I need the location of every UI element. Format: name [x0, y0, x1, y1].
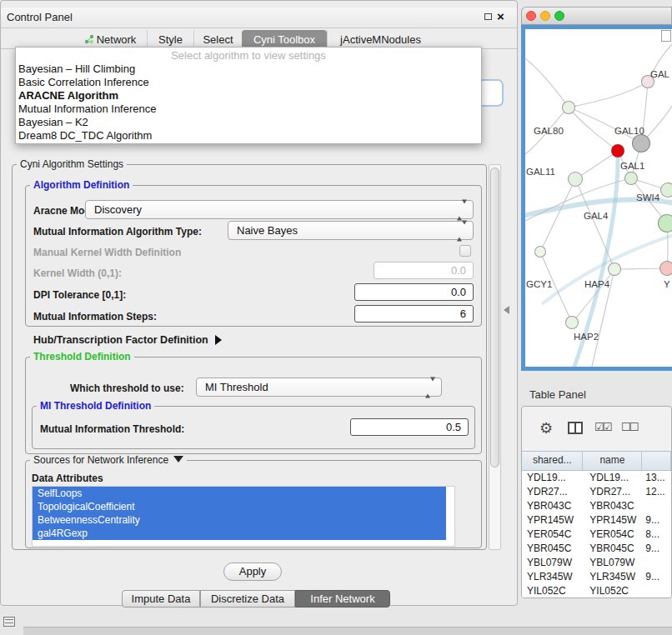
close-traffic-light[interactable] — [526, 11, 536, 21]
table-cell: YIL052C — [522, 584, 583, 598]
table-cell: YBL079W — [583, 556, 642, 570]
table-cell: YPR145W — [522, 513, 583, 528]
mi-type-label: Mutual Information Algorithm Type: — [33, 226, 202, 238]
dropdown-item[interactable]: Basic Correlation Inference — [16, 76, 481, 89]
dpi-tolerance-field[interactable]: 0.0 — [354, 283, 474, 301]
list-item[interactable]: SelfLoops — [33, 487, 446, 500]
table-row[interactable]: YDR27...YDR27...12... — [522, 485, 671, 499]
control-panel-titlebar[interactable] — [1, 8, 517, 28]
network-node[interactable] — [534, 246, 546, 258]
dropdown-item-selected[interactable]: ARACNE Algorithm — [16, 89, 481, 102]
table-cell: 9... — [642, 513, 671, 528]
table-cell: 9... — [642, 570, 671, 584]
network-node-label: GAL1 — [620, 161, 644, 171]
combo-arrows-icon — [457, 201, 467, 218]
gear-icon[interactable]: ⚙ — [539, 419, 553, 438]
network-node-label: SWI4 — [636, 192, 659, 202]
tab-label: Style — [158, 33, 183, 46]
tab-impute-data[interactable]: Impute Data — [122, 590, 200, 608]
network-node[interactable] — [660, 182, 672, 198]
network-node[interactable] — [624, 172, 638, 185]
table-row[interactable]: YBR045CYBR045C9... — [522, 542, 671, 556]
select-all-icon[interactable]: ☑☑ — [594, 421, 610, 433]
network-node[interactable] — [611, 144, 624, 158]
canvas-scrollbar-button[interactable] — [661, 30, 671, 42]
network-node[interactable] — [568, 172, 583, 187]
kernel-width-label: Kernel Width (0,1): — [33, 268, 122, 279]
table-row[interactable]: YER054CYER054C8... — [522, 528, 671, 542]
tab-discretize-data[interactable]: Discretize Data — [200, 590, 295, 608]
aracne-mode-select[interactable]: Discovery — [85, 200, 474, 219]
sources-disclosure[interactable]: Sources for Network Inference — [30, 455, 187, 466]
network-node[interactable] — [608, 262, 621, 276]
network-node[interactable] — [565, 316, 579, 329]
panel-grip-icon[interactable] — [3, 617, 15, 627]
table-row[interactable]: YPR145WYPR145W9... — [522, 513, 671, 528]
dropdown-item[interactable]: Bayesian – K2 — [16, 116, 481, 129]
dropdown-item[interactable]: Dream8 DC_TDC Algorithm — [16, 129, 481, 142]
table-cell: YBR043C — [522, 499, 583, 513]
column-header[interactable]: shared... — [522, 452, 583, 470]
network-node-label: HAP2 — [574, 332, 599, 342]
table-cell: YDL19... — [522, 471, 583, 485]
network-node[interactable] — [562, 101, 575, 114]
table-row[interactable]: YBR043CYBR043C — [522, 499, 671, 513]
table-row[interactable]: YBL079WYBL079W — [522, 556, 671, 570]
sources-title: Sources for Network Inference — [33, 454, 168, 466]
list-item[interactable]: BetweennessCentrality — [33, 513, 446, 527]
algorithm-dropdown-popup: Select algorithm to view settings Bayesi… — [15, 47, 482, 144]
tab-infer-network[interactable]: Infer Network — [295, 590, 390, 608]
collapse-split-arrow-icon[interactable] — [504, 306, 509, 314]
network-node[interactable] — [658, 214, 672, 232]
network-icon — [84, 34, 94, 44]
threshold-definition-title: Threshold Definition — [30, 352, 134, 362]
aracne-mode-value: Discovery — [94, 203, 142, 216]
table-row[interactable]: YIL052CYIL052C — [522, 584, 671, 598]
mi-steps-field[interactable]: 6 — [354, 305, 474, 322]
table-cell: YBL079W — [522, 556, 583, 570]
table-cell: YDL19... — [583, 471, 642, 485]
mi-steps-label: Mutual Information Steps: — [33, 311, 157, 322]
hub-definition-label: Hub/Transcription Factor Definition — [33, 334, 208, 346]
table-row[interactable]: YLR345WYLR345W9... — [522, 570, 671, 584]
manual-kernel-checkbox[interactable] — [459, 245, 471, 257]
network-node-label: GCY1 — [526, 279, 552, 289]
table-cell — [642, 556, 671, 570]
mi-threshold-field[interactable]: 0.5 — [350, 418, 469, 436]
columns-icon[interactable] — [568, 422, 583, 434]
table-cell: YBR045C — [583, 542, 642, 556]
network-node-label: Y — [664, 279, 670, 289]
minimize-traffic-light[interactable] — [540, 11, 550, 21]
cyni-settings-group-title: Cyni Algorithm Settings — [17, 159, 127, 170]
apply-button[interactable]: Apply — [223, 562, 282, 581]
algorithm-definition-title: Algorithm Definition — [30, 180, 133, 191]
network-node-label: GAL80 — [534, 126, 564, 136]
mi-threshold-group-title: MI Threshold Definition — [37, 401, 154, 412]
column-header[interactable]: name — [583, 452, 642, 470]
close-icon[interactable]: × — [497, 11, 504, 22]
network-node-label: GAL10 — [614, 126, 644, 136]
table-header: shared... name — [522, 451, 671, 471]
mi-type-select[interactable]: Naive Bayes — [228, 221, 474, 240]
dropdown-item[interactable]: Mutual Information Inference — [16, 102, 481, 116]
column-header[interactable] — [642, 452, 671, 470]
deselect-all-icon[interactable]: ☐☐ — [621, 421, 637, 433]
kernel-width-field[interactable]: 0.0 — [374, 262, 474, 279]
list-item[interactable]: gal4RGexp — [33, 527, 446, 540]
network-node[interactable] — [659, 261, 672, 276]
zoom-traffic-light[interactable] — [554, 11, 564, 21]
table-cell: YBR045C — [522, 542, 583, 556]
list-item[interactable]: TopologicalCoefficient — [33, 500, 446, 513]
table-row[interactable]: YDL19...YDL19...13... — [522, 471, 671, 485]
which-threshold-select[interactable]: MI Threshold — [196, 378, 442, 397]
network-node-label: HAP4 — [584, 279, 609, 289]
table-cell: YER054C — [522, 528, 583, 542]
table-cell: 9... — [642, 542, 671, 556]
combo-arrows-icon — [457, 222, 467, 239]
network-canvas[interactable]: GALGAL80GAL10GAL1GAL11SWI4GAL4GCY1HAP4YH… — [525, 29, 672, 367]
float-window-icon[interactable] — [484, 13, 492, 20]
dropdown-item[interactable]: Bayesian – Hill Climbing — [16, 62, 481, 76]
settings-scrollbar-thumb[interactable] — [490, 168, 499, 468]
hub-definition-disclosure[interactable]: Hub/Transcription Factor Definition — [33, 334, 222, 346]
network-node[interactable] — [632, 134, 650, 152]
